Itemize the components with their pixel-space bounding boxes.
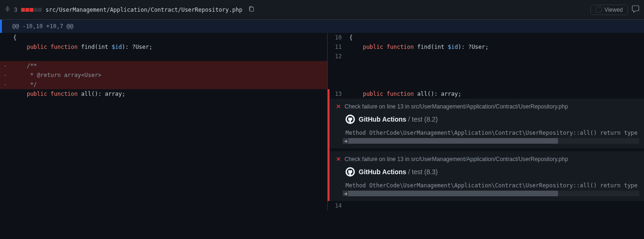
check-annotation[interactable]: ✕ Check failure on line 13 in src/UserMa… xyxy=(328,99,644,148)
annotation-title-text: Check failure on line 13 in src/UserMana… xyxy=(345,103,568,110)
alignment-spacer xyxy=(328,61,644,89)
code-content: public function find(int $id): ?User; xyxy=(346,42,644,52)
hunk-text: @@ -10,10 +10,7 @@ xyxy=(12,23,73,30)
line-number: 13 xyxy=(328,89,346,99)
annotation-source-text: GitHub Actions / test (8.2) xyxy=(359,116,438,123)
code-line[interactable]: - */ xyxy=(0,80,327,89)
change-count: 3 xyxy=(14,7,17,13)
code-line[interactable]: 12 xyxy=(328,52,644,61)
code-line[interactable] xyxy=(0,52,327,61)
code-content: */ xyxy=(10,80,327,89)
annotation-message: Method OtherCode\UserManagement\Applicat… xyxy=(346,182,639,191)
scroll-thumb[interactable] xyxy=(348,138,558,144)
line-number: 10 xyxy=(328,33,346,42)
scroll-left-arrow[interactable]: ◀ xyxy=(343,191,348,196)
line-marker: - xyxy=(0,70,10,80)
annotation-title-text: Check failure on line 13 in src/UserMana… xyxy=(345,156,568,162)
line-marker xyxy=(0,33,10,42)
diff-left-side: { public function find(int $id): ?User;-… xyxy=(0,33,328,210)
diff-right-side: 10{11 public function find(int $id): ?Us… xyxy=(328,33,644,210)
file-header: 3 src/UserManagement/Application/Contrac… xyxy=(0,0,644,20)
code-content: public function find(int $id): ?User; xyxy=(10,42,327,52)
code-content xyxy=(10,52,327,61)
file-path[interactable]: src/UserManagement/Application/Contract/… xyxy=(46,7,243,13)
expand-collapse-icon[interactable] xyxy=(5,6,10,13)
scroll-thumb[interactable] xyxy=(348,191,558,196)
code-line[interactable]: - * @return array<User> xyxy=(0,70,327,80)
code-content xyxy=(346,52,644,61)
code-content: /** xyxy=(10,61,327,70)
code-content: * @return array<User> xyxy=(10,70,327,80)
check-annotation[interactable]: ✕ Check failure on line 13 in src/UserMa… xyxy=(328,151,644,201)
copy-path-icon[interactable] xyxy=(248,6,255,14)
horizontal-scrollbar[interactable]: ◀ xyxy=(343,138,639,144)
horizontal-scrollbar[interactable]: ◀ xyxy=(343,191,639,196)
line-number: 12 xyxy=(328,52,346,61)
code-content xyxy=(346,201,644,210)
bar-deletion xyxy=(21,8,25,12)
viewed-label: Viewed xyxy=(605,7,623,13)
annotation-source[interactable]: GitHub Actions / test (8.3) xyxy=(346,167,639,177)
github-icon xyxy=(346,115,355,124)
code-content: public function all(): array; xyxy=(346,89,644,99)
annotation-marker xyxy=(328,89,330,99)
annotation-source[interactable]: GitHub Actions / test (8.2) xyxy=(346,115,639,124)
bar-neutral xyxy=(38,8,42,12)
annotation-title: ✕ Check failure on line 13 in src/UserMa… xyxy=(336,156,639,162)
code-content: { xyxy=(346,33,644,42)
viewed-checkbox[interactable] xyxy=(596,7,602,13)
hunk-header[interactable]: @@ -10,10 +10,7 @@ xyxy=(0,20,644,33)
diff-container: { public function find(int $id): ?User;-… xyxy=(0,33,644,210)
code-line[interactable]: 13 public function all(): array; xyxy=(328,89,644,99)
scroll-track[interactable] xyxy=(348,138,639,144)
code-line[interactable]: { xyxy=(0,33,327,42)
file-header-left: 3 src/UserManagement/Application/Contrac… xyxy=(5,6,255,14)
line-marker xyxy=(0,52,10,61)
line-marker xyxy=(0,89,10,99)
line-number: 14 xyxy=(328,201,346,210)
code-line[interactable]: 14 xyxy=(328,201,644,210)
failure-icon: ✕ xyxy=(336,156,341,162)
annotation-source-text: GitHub Actions / test (8.3) xyxy=(359,168,438,176)
bar-deletion xyxy=(30,8,33,12)
failure-icon: ✕ xyxy=(336,103,341,110)
annotation-message: Method OtherCode\UserManagement\Applicat… xyxy=(346,130,639,138)
line-marker: - xyxy=(0,61,10,70)
file-header-right: Viewed xyxy=(590,5,639,15)
code-line[interactable]: 11 public function find(int $id): ?User; xyxy=(328,42,644,52)
code-line[interactable]: public function all(): array; xyxy=(0,89,327,99)
bar-neutral xyxy=(34,8,38,12)
code-content: { xyxy=(10,33,327,42)
line-marker: - xyxy=(0,80,10,89)
annotation-title: ✕ Check failure on line 13 in src/UserMa… xyxy=(336,103,639,110)
change-indicator xyxy=(21,8,42,12)
scroll-left-arrow[interactable]: ◀ xyxy=(343,138,348,144)
github-icon xyxy=(346,167,355,177)
viewed-toggle[interactable]: Viewed xyxy=(590,5,628,15)
line-marker xyxy=(0,42,10,52)
code-content: public function all(): array; xyxy=(10,89,327,99)
comment-icon[interactable] xyxy=(632,5,639,14)
code-line[interactable]: public function find(int $id): ?User; xyxy=(0,42,327,52)
code-line[interactable]: 10{ xyxy=(328,33,644,42)
line-number: 11 xyxy=(328,42,346,52)
code-line[interactable]: - /** xyxy=(0,61,327,70)
svg-rect-0 xyxy=(250,8,253,12)
bar-deletion xyxy=(25,8,29,12)
scroll-track[interactable] xyxy=(348,191,639,196)
